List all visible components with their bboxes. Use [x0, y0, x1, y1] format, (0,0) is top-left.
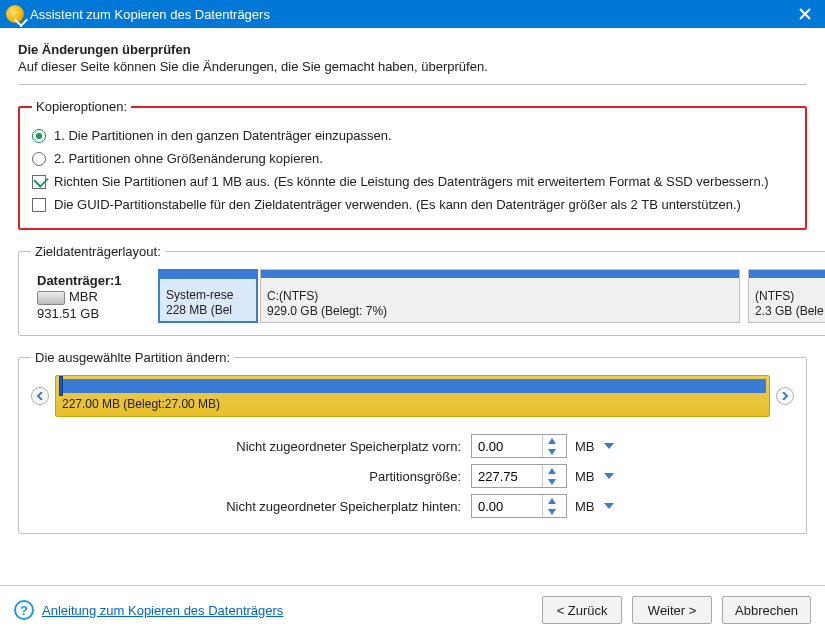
help-link[interactable]: Anleitung zum Kopieren des Datenträgers: [42, 603, 283, 618]
triangle-down-icon: [604, 473, 614, 479]
unalloc-before-label: Nicht zugeordneter Speicherplatz vorn:: [31, 439, 471, 454]
back-button[interactable]: < Zurück: [542, 596, 622, 624]
option-label: 1. Die Partitionen in den ganzen Datentr…: [54, 128, 392, 143]
unalloc-after-field[interactable]: [472, 495, 542, 517]
option-use-gpt[interactable]: Die GUID-Partitionstabelle für den Zield…: [32, 193, 793, 216]
disk-info: Datenträger:1 MBR 931.51 GB: [31, 269, 156, 323]
disk-icon: [37, 291, 65, 305]
spinner-down[interactable]: [543, 506, 560, 517]
partition-size-bar[interactable]: 227.00 MB (Belegt:27.00 MB): [55, 375, 770, 417]
option-label: Die GUID-Partitionstabelle für den Zield…: [54, 197, 741, 212]
spinner-up[interactable]: [543, 495, 560, 506]
triangle-down-icon: [604, 443, 614, 449]
disk-type: MBR: [69, 289, 98, 304]
close-button[interactable]: [785, 0, 825, 28]
copy-options-legend: Kopieroptionen:: [32, 99, 131, 114]
unit-label: MB: [567, 499, 595, 514]
footer: ? Anleitung zum Kopieren des Datenträger…: [0, 585, 825, 634]
unit-label: MB: [567, 469, 595, 484]
partition-c[interactable]: C:(NTFS) 929.0 GB (Belegt: 7%): [260, 269, 740, 323]
triangle-down-icon: [604, 503, 614, 509]
shift-left-button[interactable]: [31, 387, 49, 405]
triangle-down-icon: [548, 449, 556, 455]
triangle-up-icon: [548, 438, 556, 444]
cancel-button[interactable]: Abbrechen: [722, 596, 811, 624]
next-button[interactable]: Weiter >: [632, 596, 712, 624]
unalloc-after-label: Nicht zugeordneter Speicherplatz hinten:: [31, 499, 471, 514]
checkbox-icon: [32, 198, 46, 212]
page-subtitle: Auf dieser Seite können Sie die Änderung…: [18, 59, 807, 74]
page-title: Die Änderungen überprüfen: [18, 42, 807, 57]
shift-right-button[interactable]: [776, 387, 794, 405]
close-icon: [799, 8, 811, 20]
partition-size: 929.0 GB (Belegt: 7%): [267, 304, 733, 319]
triangle-down-icon: [548, 509, 556, 515]
help-icon: ?: [14, 600, 34, 620]
unalloc-after-input[interactable]: [471, 494, 567, 518]
partition-gap: [742, 269, 746, 323]
partition-fill: [59, 379, 766, 393]
option-copy-no-resize[interactable]: 2. Partitionen ohne Größenänderung kopie…: [32, 147, 793, 170]
partition-size: 2.3 GB (Bele: [755, 304, 825, 319]
partition-system-reserved[interactable]: System-rese 228 MB (Bel: [158, 269, 258, 323]
disk-name: Datenträger:1: [37, 273, 150, 289]
resize-grip-icon[interactable]: [59, 376, 63, 396]
target-layout-legend: Zieldatenträgerlayout:: [31, 244, 165, 259]
partition-size-field[interactable]: [472, 465, 542, 487]
partition-editor-legend: Die ausgewählte Partition ändern:: [31, 350, 234, 365]
disk-size: 931.51 GB: [37, 306, 150, 322]
unit-dropdown[interactable]: [601, 438, 617, 454]
radio-icon: [32, 129, 46, 143]
partition-editor-group: Die ausgewählte Partition ändern: 227.00…: [18, 350, 807, 534]
partition-size: 228 MB (Bel: [166, 303, 250, 318]
triangle-up-icon: [548, 498, 556, 504]
target-layout-group: Zieldatenträgerlayout: Datenträger:1 MBR…: [18, 244, 825, 336]
unit-dropdown[interactable]: [601, 468, 617, 484]
help-link-area: ? Anleitung zum Kopieren des Datenträger…: [14, 600, 283, 620]
wizard-window: Assistent zum Kopieren des Datenträgers …: [0, 0, 825, 634]
option-fit-partitions[interactable]: 1. Die Partitionen in den ganzen Datentr…: [32, 124, 793, 147]
unit-label: MB: [567, 439, 595, 454]
window-title: Assistent zum Kopieren des Datenträgers: [30, 7, 270, 22]
spinner-down[interactable]: [543, 476, 560, 487]
partition-label: (NTFS): [755, 289, 825, 304]
partition-ntfs-extra[interactable]: (NTFS) 2.3 GB (Bele: [748, 269, 825, 323]
option-label: 2. Partitionen ohne Größenänderung kopie…: [54, 151, 323, 166]
copy-options-group: Kopieroptionen: 1. Die Partitionen in de…: [18, 99, 807, 230]
chevron-right-icon: [781, 392, 789, 400]
partition-label: System-rese: [166, 288, 250, 303]
spinner-up[interactable]: [543, 435, 560, 446]
radio-icon: [32, 152, 46, 166]
spinner-down[interactable]: [543, 446, 560, 457]
option-align-1mb[interactable]: Richten Sie Partitionen auf 1 MB aus. (E…: [32, 170, 793, 193]
unit-dropdown[interactable]: [601, 498, 617, 514]
divider: [18, 84, 807, 85]
triangle-down-icon: [548, 479, 556, 485]
spinner-up[interactable]: [543, 465, 560, 476]
unalloc-before-field[interactable]: [472, 435, 542, 457]
partition-size-label: Partitionsgröße:: [31, 469, 471, 484]
partition-bar-label: 227.00 MB (Belegt:27.00 MB): [56, 393, 769, 413]
titlebar: Assistent zum Kopieren des Datenträgers: [0, 0, 825, 28]
triangle-up-icon: [548, 468, 556, 474]
chevron-left-icon: [36, 392, 44, 400]
checkbox-icon: [32, 175, 46, 189]
partition-size-input[interactable]: [471, 464, 567, 488]
partition-label: C:(NTFS): [267, 289, 733, 304]
app-icon: [6, 5, 24, 23]
option-label: Richten Sie Partitionen auf 1 MB aus. (E…: [54, 174, 769, 189]
unalloc-before-input[interactable]: [471, 434, 567, 458]
